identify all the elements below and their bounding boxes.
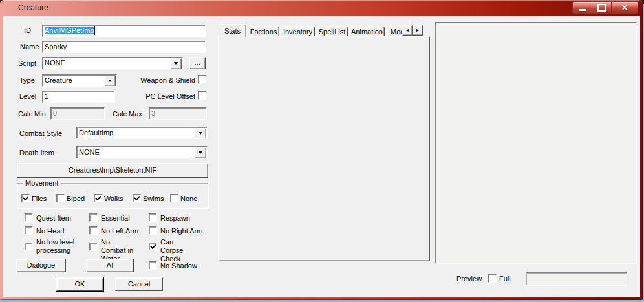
movement-swims-checkbox[interactable] <box>133 194 141 202</box>
titlebar[interactable]: Creature <box>0 0 643 16</box>
minimize-button[interactable] <box>572 1 592 14</box>
preview-panel <box>435 22 637 264</box>
preview-full-checkbox[interactable] <box>488 274 497 283</box>
movement-flies-checkbox[interactable] <box>21 194 30 202</box>
essential-checkbox[interactable] <box>89 213 98 222</box>
creature-window: Creature ✕ ID AnvilMGPetImp Name Sparky … <box>0 0 643 300</box>
close-button[interactable]: ✕ <box>611 1 638 14</box>
cancel-button[interactable]: Cancel <box>115 277 163 291</box>
no-low-level-processing-checkbox[interactable] <box>25 243 33 251</box>
movement-biped-checkbox[interactable] <box>56 194 65 202</box>
script-value: NONE <box>45 59 65 67</box>
type-select[interactable]: Creature <box>42 74 117 87</box>
type-label: Type <box>19 76 35 85</box>
maximize-button[interactable] <box>592 1 611 14</box>
quest-item-checkbox[interactable] <box>25 213 33 222</box>
movement-walks-label: Walks <box>104 195 123 203</box>
no-right-arm-checkbox[interactable] <box>149 226 157 235</box>
calc-max-label: Calc Max <box>113 110 142 118</box>
movement-legend: Movement <box>23 179 61 188</box>
death-item-label: Death Item <box>19 149 54 157</box>
chevron-down-icon[interactable] <box>104 76 116 87</box>
id-input[interactable]: AnvilMGPetImp <box>42 25 206 37</box>
movement-swims-label: Swims <box>143 195 164 203</box>
weapon-shield-checkbox[interactable] <box>198 75 206 83</box>
ai-button[interactable]: AI <box>86 259 134 272</box>
tab-animation[interactable]: Animation <box>349 26 385 36</box>
death-item-value: NONE <box>79 148 100 156</box>
id-selected-text: AnvilMGPetImp <box>45 27 94 34</box>
respawn-label: Respawn <box>160 214 190 222</box>
death-item-select[interactable]: NONE <box>76 146 208 158</box>
no-combat-in-water-checkbox[interactable] <box>89 243 98 251</box>
no-head-checkbox[interactable] <box>25 226 33 235</box>
tab-stats[interactable]: Stats <box>219 24 246 37</box>
ok-button[interactable]: OK <box>56 277 103 291</box>
preview-full-label: Full <box>499 275 511 283</box>
no-shadow-label: No Shadow <box>160 262 197 270</box>
script-browse-button[interactable]: ... <box>189 57 206 69</box>
no-right-arm-label: No Right Arm <box>160 227 202 235</box>
tab-scroll-left-button[interactable]: ◄ <box>402 25 413 36</box>
weapon-shield-label: Weapon & Shield <box>123 76 195 85</box>
tab-factions[interactable]: Factions <box>248 26 279 36</box>
movement-walks-checkbox[interactable] <box>94 194 102 202</box>
can-corpse-check-label: Can Corpse Check <box>160 238 198 263</box>
no-head-label: No Head <box>36 227 64 235</box>
no-left-arm-label: No Left Arm <box>101 227 138 235</box>
close-icon: ✕ <box>621 4 628 12</box>
calc-max-input: 3 <box>149 107 207 120</box>
type-value: Creature <box>45 76 72 84</box>
combat-style-label: Combat Style <box>19 129 62 138</box>
quest-item-label: Quest Item <box>36 214 71 222</box>
name-label: Name <box>20 43 39 51</box>
script-select[interactable]: NONE <box>42 57 183 69</box>
level-label: Level <box>19 92 36 101</box>
movement-flies-label: Flies <box>32 195 47 203</box>
script-label: Script <box>18 59 36 68</box>
pc-level-offset-label: PC Level Offset <box>123 92 195 101</box>
can-corpse-check-checkbox[interactable] <box>149 243 157 251</box>
stats-tab-page <box>218 36 430 261</box>
window-controls: ✕ <box>572 1 638 14</box>
level-input[interactable]: 1 <box>42 91 115 103</box>
tab-inventory[interactable]: Inventory <box>281 26 315 36</box>
id-label: ID <box>24 27 31 35</box>
calc-min-label: Calc Min <box>18 110 46 118</box>
no-left-arm-checkbox[interactable] <box>89 226 98 235</box>
respawn-checkbox[interactable] <box>149 213 157 222</box>
maximize-icon <box>597 4 606 12</box>
pc-level-offset-checkbox[interactable] <box>198 91 206 100</box>
chevron-down-icon[interactable] <box>195 147 206 158</box>
combat-style-select[interactable]: DefaultImp <box>76 127 208 139</box>
chevron-down-icon[interactable] <box>195 128 206 139</box>
no-shadow-checkbox[interactable] <box>149 261 157 270</box>
combat-style-value: DefaultImp <box>79 129 113 136</box>
movement-none-checkbox[interactable] <box>170 194 178 202</box>
movement-none-label: None <box>180 195 197 203</box>
essential-label: Essential <box>101 214 130 222</box>
tab-scroll-right-button[interactable]: ► <box>413 25 423 36</box>
no-low-level-processing-label: No low level processing <box>36 238 78 255</box>
preview-label: Preview <box>456 275 482 283</box>
preview-scrollbar[interactable] <box>526 272 627 286</box>
minimize-icon <box>579 9 586 11</box>
tab-spelllist[interactable]: SpellList <box>316 26 348 36</box>
window-title: Creature <box>18 3 48 12</box>
calc-min-input: 0 <box>50 107 105 120</box>
name-input[interactable]: Sparky <box>42 41 206 53</box>
chevron-down-icon[interactable] <box>170 58 182 69</box>
dialogue-button[interactable]: Dialogue <box>16 259 66 272</box>
model-path-button[interactable]: Creatures\Imp\Skeleton.NIF <box>17 163 208 178</box>
movement-biped-label: Biped <box>67 195 85 203</box>
